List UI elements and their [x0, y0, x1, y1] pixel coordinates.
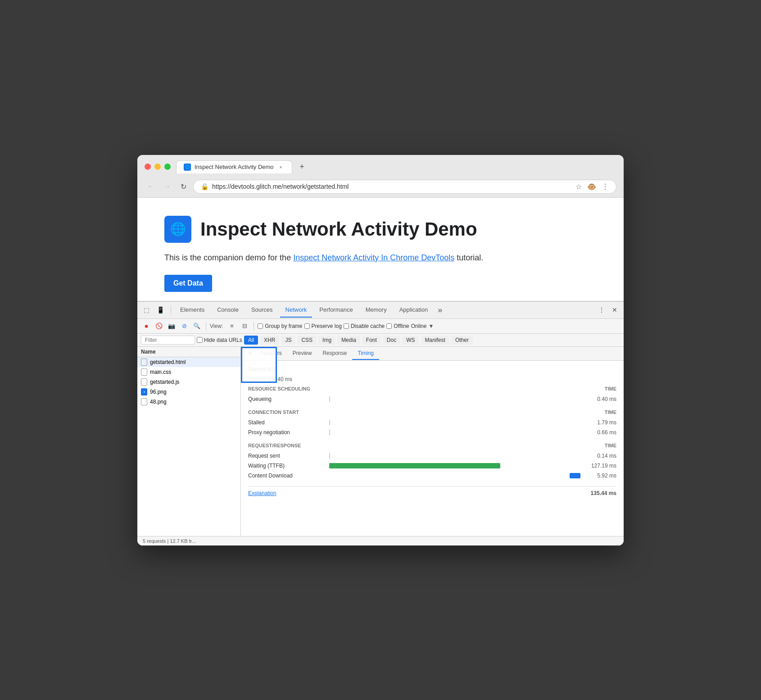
filter-all-button[interactable]: All — [244, 336, 258, 345]
timing-section-header: Request/Response TIME — [248, 443, 616, 448]
devtools-close-icon[interactable]: ✕ — [609, 303, 620, 317]
network-body: Name getstarted.html main.css getstarted… — [137, 347, 624, 536]
page-content: 🌐 Inspect Network Activity Demo This is … — [137, 198, 624, 301]
timing-section-header: Resource Scheduling TIME — [248, 386, 616, 391]
timing-row-request-sent: Request sent 0.14 ms — [248, 451, 616, 461]
timing-section-header: Connection Start TIME — [248, 409, 616, 415]
new-tab-button[interactable]: + — [296, 160, 308, 173]
menu-icon[interactable]: ⋮ — [602, 182, 609, 191]
record-button[interactable]: ● — [141, 321, 152, 332]
file-name: main.css — [150, 369, 171, 375]
tab-console[interactable]: Console — [212, 303, 244, 318]
filter-js-button[interactable]: JS — [281, 336, 295, 345]
tab-elements[interactable]: Elements — [175, 303, 210, 318]
devtools-link[interactable]: Inspect Network Activity In Chrome DevTo… — [293, 253, 454, 262]
minimize-window-button[interactable] — [154, 164, 161, 170]
filter-ws-button[interactable]: WS — [402, 336, 419, 345]
file-list-header: Name — [137, 347, 240, 357]
maximize-window-button[interactable] — [164, 164, 171, 170]
filter-font-button[interactable]: Font — [362, 336, 381, 345]
filter-other-button[interactable]: Other — [451, 336, 473, 345]
list-item[interactable]: main.css — [137, 367, 240, 377]
timing-bar-area — [329, 395, 580, 403]
file-name: 48.png — [150, 399, 167, 405]
browser-tab[interactable]: 🌐 Inspect Network Activity Demo × — [176, 160, 292, 173]
disable-cache-checkbox[interactable]: Disable cache — [344, 323, 385, 329]
page-logo-icon: 🌐 — [164, 216, 191, 243]
bookmark-icon[interactable]: ☆ — [575, 182, 582, 191]
timing-bar-area — [329, 419, 580, 426]
close-window-button[interactable] — [145, 164, 151, 170]
tab-close-button[interactable]: × — [277, 164, 285, 171]
filter-manifest-button[interactable]: Manifest — [421, 336, 449, 345]
list-view-button[interactable]: ≡ — [226, 321, 237, 332]
inspect-element-icon[interactable]: ⬚ — [141, 303, 152, 317]
explanation-link[interactable]: Explanation — [248, 490, 276, 496]
timing-total-row: Explanation 135.44 ms — [248, 486, 616, 500]
network-toolbar: ● 🚫 📷 ⊘ 🔍 View: ≡ ⊟ Group by frame Prese… — [137, 319, 624, 334]
list-item[interactable]: ▪ 96.png — [137, 387, 240, 397]
timing-bar-download — [570, 473, 580, 478]
file-doc-icon — [141, 378, 147, 386]
waterfall-view-button[interactable]: ⊟ — [239, 321, 250, 332]
tab-sources[interactable]: Sources — [246, 303, 278, 318]
tab-preview[interactable]: Preview — [287, 347, 317, 360]
tab-performance[interactable]: Performance — [314, 303, 358, 318]
online-dropdown-icon[interactable]: ▼ — [428, 323, 434, 329]
timing-row-ttfb: Waiting (TTFB) 127.19 ms — [248, 461, 616, 471]
file-list: Name getstarted.html main.css getstarted… — [137, 347, 241, 536]
timing-started-label: Started at 0 — [248, 366, 616, 373]
timing-bar-line — [329, 396, 330, 402]
tab-timing[interactable]: Timing — [352, 347, 379, 360]
timing-bar-line — [329, 453, 330, 459]
timing-row-proxy: Proxy negotiation 0.66 ms — [248, 427, 616, 437]
more-tabs-button[interactable]: » — [435, 302, 445, 318]
tab-application[interactable]: Application — [394, 303, 434, 318]
timing-bar-ttfb — [329, 463, 500, 468]
devtools-menu-icon[interactable]: ⋮ — [596, 303, 607, 317]
tab-network[interactable]: Network — [280, 303, 313, 318]
camera-button[interactable]: 📷 — [166, 321, 177, 332]
forward-button[interactable]: → — [161, 180, 173, 193]
file-name: getstarted.js — [150, 379, 179, 385]
file-doc-icon — [141, 368, 147, 376]
filter-xhr-button[interactable]: XHR — [260, 336, 279, 345]
file-name: getstarted.html — [150, 359, 186, 365]
list-item[interactable]: getstarted.js — [137, 377, 240, 387]
highlight-overlay — [241, 347, 277, 383]
preserve-log-checkbox[interactable]: Preserve log — [304, 323, 342, 329]
filter-img-button[interactable]: Img — [318, 336, 335, 345]
timing-started-value: Started at 0.40 ms — [248, 376, 616, 382]
get-data-button[interactable]: Get Data — [164, 275, 212, 292]
address-bar[interactable]: 🔒 https://devtools.glitch.me/network/get… — [193, 180, 616, 194]
timing-bar-area — [329, 429, 580, 436]
offline-checkbox[interactable]: Offline — [386, 323, 409, 329]
search-button[interactable]: 🔍 — [191, 321, 202, 332]
filter-input[interactable] — [141, 336, 195, 345]
filter-icon[interactable]: ⊘ — [179, 321, 190, 332]
address-bar-row: ← → ↻ 🔒 https://devtools.glitch.me/netwo… — [145, 177, 616, 197]
tab-response[interactable]: Response — [317, 347, 352, 360]
reload-button[interactable]: ↻ — [177, 180, 190, 193]
timing-row-queueing: Queueing 0.40 ms — [248, 394, 616, 404]
filter-css-button[interactable]: CSS — [297, 336, 317, 345]
list-item[interactable]: getstarted.html — [137, 357, 240, 367]
tab-area: 🌐 Inspect Network Activity Demo × + — [176, 160, 616, 173]
status-bar: 5 requests | 12.7 KB tr... — [137, 536, 624, 545]
tab-favicon: 🌐 — [184, 164, 191, 171]
group-by-frame-checkbox[interactable]: Group by frame — [258, 323, 302, 329]
timing-bar-line — [329, 420, 330, 425]
tab-memory[interactable]: Memory — [360, 303, 392, 318]
device-toolbar-icon[interactable]: 📱 — [154, 303, 167, 317]
browser-window: 🌐 Inspect Network Activity Demo × + ← → … — [137, 155, 624, 545]
filter-media-button[interactable]: Media — [337, 336, 360, 345]
timing-total-value: 135.44 ms — [591, 490, 616, 496]
filter-doc-button[interactable]: Doc — [383, 336, 400, 345]
clear-button[interactable]: 🚫 — [154, 321, 164, 332]
detail-panel: × Headers Preview Response Timing Starte… — [241, 347, 624, 536]
timing-bar-line — [329, 430, 330, 435]
list-item[interactable]: 48.png — [137, 397, 240, 407]
avatar-icon[interactable]: 🐵 — [587, 182, 596, 191]
back-button[interactable]: ← — [145, 180, 157, 193]
hide-data-urls-checkbox[interactable]: Hide data URLs — [197, 337, 242, 343]
